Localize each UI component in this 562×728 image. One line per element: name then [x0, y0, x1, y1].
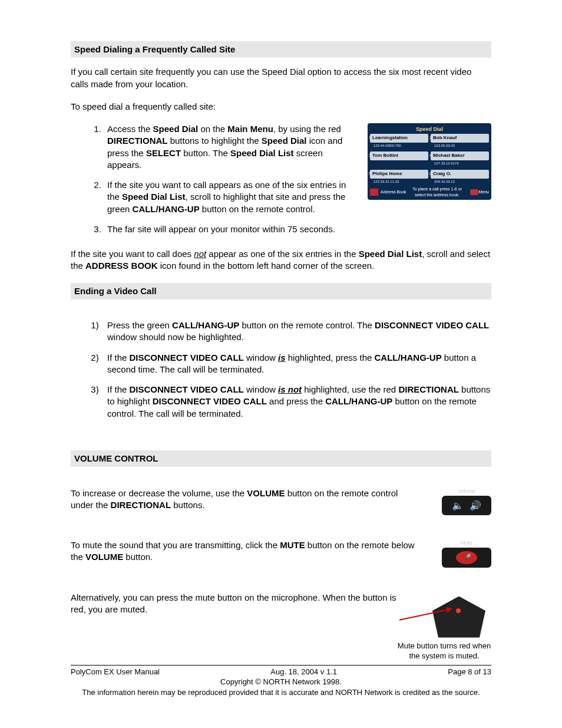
footer-right: Page 8 of 13	[448, 667, 491, 677]
mute-icon: 🎤	[456, 551, 477, 564]
address-book-label: Address Book	[381, 189, 406, 195]
mute-control-image: Mute 🎤	[442, 539, 491, 568]
sd-title: Speed Dial	[370, 126, 489, 133]
volume-down-icon: 🔈	[452, 499, 464, 512]
volume-up-icon: 🔊	[470, 499, 481, 512]
footer-left: PolyCom EX User Manual	[71, 667, 160, 677]
menu-icon	[470, 189, 478, 195]
sd-hint: To place a call press 1-6 or select the …	[406, 186, 468, 197]
end-step-3: If the DISCONNECT VIDEO CALL window is n…	[104, 384, 491, 420]
section-heading-speed-dial: Speed Dialing a Frequently Called Site	[71, 41, 491, 58]
section-heading-ending-call: Ending a Video Call	[71, 283, 491, 299]
microphone-image	[427, 592, 491, 642]
step-2: If the site you want to call appears as …	[104, 179, 356, 215]
speed-dial-steps: Access the Speed Dial on the Main Menu, …	[71, 123, 356, 235]
mute-text: To mute the sound that you are transmitt…	[71, 539, 442, 564]
footer-top: PolyCom EX User Manual Aug. 18, 2004 v 1…	[71, 667, 491, 677]
after-steps-text: If the site you want to call does not ap…	[71, 248, 491, 272]
footer-mid: Aug. 18, 2004 v 1.1	[270, 667, 337, 677]
end-step-1: Press the green CALL/HANG-UP button on t…	[104, 319, 491, 344]
section-heading-volume: VOLUME CONTROL	[71, 450, 491, 467]
lead-text: To speed dial a frequently called site:	[71, 101, 491, 113]
mic-mute-text: Alternatively, you can press the mute bu…	[71, 592, 427, 616]
volume-text: To increase or decrease the volume, use …	[71, 487, 442, 512]
step-3: The far site will appear on your monitor…	[104, 223, 356, 235]
volume-control-image: Volume 🔈 🔊	[442, 487, 491, 516]
footer-disclaimer: The information herein may be reproduced…	[71, 687, 491, 698]
footer-copy: Copyright © NORTH Network 1998.	[71, 677, 491, 687]
mute-indicator-icon	[456, 608, 461, 613]
sd-grid: 1Learningstation123.44.0/800:700 2Bob Kn…	[370, 134, 489, 185]
intro-text: If you call certain site frequently you …	[71, 66, 491, 90]
address-book-icon	[370, 189, 378, 196]
end-call-steps: Press the green CALL/HANG-UP button on t…	[71, 319, 491, 420]
menu-label: Menu	[478, 189, 489, 195]
mute-caption: Mute button turns red when the system is…	[397, 641, 491, 661]
speed-dial-screenshot: Speed Dial 1Learningstation123.44.0/800:…	[368, 123, 491, 200]
end-step-2: If the DISCONNECT VIDEO CALL window is h…	[104, 352, 491, 376]
step-1: Access the Speed Dial on the Main Menu, …	[104, 123, 356, 171]
